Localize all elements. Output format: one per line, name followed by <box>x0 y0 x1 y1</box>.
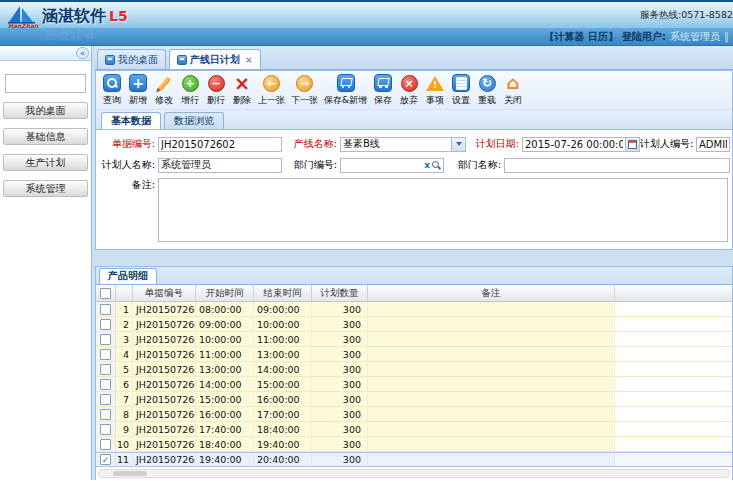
table-row[interactable]: 5JH201507260213:00:0014:00:00300 <box>96 362 732 377</box>
table-row[interactable]: 1JH201507260208:00:0009:00:00300 <box>96 302 732 317</box>
row-checkbox[interactable] <box>100 334 111 345</box>
cell-filler <box>615 362 732 376</box>
planner-name-field[interactable] <box>158 158 282 173</box>
table-row[interactable]: 3JH201507260210:00:0011:00:00300 <box>96 332 732 347</box>
grid-body: 1JH201507260208:00:0009:00:003002JH20150… <box>96 302 732 480</box>
planner-no-field[interactable] <box>696 137 730 152</box>
grid-column-header-3[interactable]: 开始时间 <box>196 285 254 301</box>
dept-no-field[interactable] <box>340 158 424 173</box>
table-row[interactable]: 8JH201507260216:00:0017:00:00300 <box>96 407 732 422</box>
toolbar-delete-button[interactable]: ×删除 <box>229 73 255 107</box>
row-checkbox[interactable] <box>100 439 111 450</box>
doc-no-label: 单据编号: <box>98 137 158 151</box>
login-user-label: 登陆用户: <box>622 30 666 44</box>
toolbar-new-button[interactable]: +新增 <box>125 73 151 107</box>
grid-column-header-4[interactable]: 结束时间 <box>254 285 312 301</box>
toolbar-search-button[interactable]: 查询 <box>99 73 125 107</box>
sidebar-item-production-plan[interactable]: 生产计划 <box>3 154 88 171</box>
plan-date-field[interactable] <box>522 137 625 152</box>
tab-line-day-plan[interactable]: 产线日计划× <box>169 49 261 69</box>
grid-column-header-6[interactable]: 备注 <box>368 285 615 301</box>
toolbar-close-button[interactable]: ⌂关闭 <box>500 73 526 107</box>
app-window: HanZhan 涵湛软件L5 涵湛软件 服务热线:0571-8582 【计算器 … <box>0 0 733 481</box>
body-row: « 我的桌面基础信息生产计划系统管理 我的桌面产线日计划× 查询+新增修改+增行… <box>0 46 733 480</box>
row-checkbox[interactable] <box>100 379 111 390</box>
cell-row-number: 7 <box>116 392 133 406</box>
subtab-data-browse[interactable]: 数据浏览 <box>164 112 224 129</box>
table-row[interactable]: 9JH201507260217:40:0018:40:00300 <box>96 422 732 437</box>
tab-product-detail[interactable]: 产品明细 <box>99 268 157 284</box>
dept-no-lookup: x <box>340 158 444 173</box>
cell-filler <box>615 302 732 316</box>
close-tab-icon[interactable]: × <box>245 55 253 65</box>
delete-icon: × <box>232 73 252 93</box>
form-subtabs: 基本数据数据浏览 <box>96 110 732 130</box>
grid-column-header-0 <box>96 285 116 301</box>
sidebar-item-my-desktop[interactable]: 我的桌面 <box>3 102 88 119</box>
cell-doc-no: JH2015072602 <box>133 437 196 451</box>
table-row[interactable]: 2JH201507260209:00:0010:00:00300 <box>96 317 732 332</box>
row-checkbox[interactable] <box>100 364 111 375</box>
toolbar-reload-button[interactable]: ↻重载 <box>474 73 500 107</box>
clear-icon[interactable]: x <box>424 160 430 170</box>
row-checkbox[interactable] <box>100 424 111 435</box>
toolbar-prev-button[interactable]: ←上一张 <box>255 73 288 107</box>
line-name-dropdown-icon[interactable] <box>451 137 466 152</box>
cell-end-time: 15:00:00 <box>254 377 312 391</box>
toolbar-items-button[interactable]: !事项 <box>422 73 448 107</box>
sidebar-collapse-icon[interactable]: « <box>76 47 89 59</box>
row-checkbox[interactable] <box>100 304 111 315</box>
row-checkbox-cell <box>96 317 116 331</box>
next-icon: → <box>295 73 315 93</box>
horizontal-scrollbar[interactable] <box>98 469 730 478</box>
cell-row-number: 5 <box>116 362 133 376</box>
table-row[interactable]: 4JH201507260211:00:0013:00:00300 <box>96 347 732 362</box>
toolbar-button-label: 保存 <box>374 94 392 107</box>
toolbar-save-button[interactable]: 保存 <box>370 73 396 107</box>
table-row[interactable]: 7JH201507260215:00:0016:00:00300 <box>96 392 732 407</box>
row-checkbox[interactable] <box>100 349 111 360</box>
cell-start-time: 09:00:00 <box>196 317 254 331</box>
grid-column-header-5[interactable]: 计划数量 <box>312 285 368 301</box>
grid-column-header-2[interactable]: 单据编号 <box>133 285 196 301</box>
detail-grid-panel: 产品明细 单据编号开始时间结束时间计划数量备注 1JH201507260208:… <box>95 266 733 480</box>
dept-name-field[interactable] <box>504 158 730 173</box>
tab-my-desktop[interactable]: 我的桌面 <box>97 49 166 69</box>
cell-start-time: 14:00:00 <box>196 377 254 391</box>
quick-links[interactable]: 【计算器 日历】 <box>545 30 618 44</box>
toolbar-next-button[interactable]: →下一张 <box>288 73 321 107</box>
toolbar-button-label: 下一张 <box>291 94 318 107</box>
dept-name-label: 部门名称: <box>444 158 504 172</box>
line-name-field[interactable] <box>340 137 451 152</box>
close-icon: ⌂ <box>503 73 523 93</box>
toolbar-remove-row-button[interactable]: −删行 <box>203 73 229 107</box>
cell-row-number: 6 <box>116 377 133 391</box>
cell-doc-no: JH2015072602 <box>133 407 196 421</box>
cell-plan-qty: 300 <box>312 437 368 451</box>
row-checkbox[interactable] <box>100 394 111 405</box>
toolbar-settings-button[interactable]: 设置 <box>448 73 474 107</box>
row-checkbox[interactable] <box>100 319 111 330</box>
scrollbar-thumb[interactable] <box>113 471 147 476</box>
table-row[interactable]: ✓11JH201507260219:40:0020:40:00300 <box>96 452 732 467</box>
sidebar-item-system-manage[interactable]: 系统管理 <box>3 180 88 197</box>
sidebar-item-base-info[interactable]: 基础信息 <box>3 128 88 145</box>
row-checkbox[interactable] <box>100 409 111 420</box>
cell-remark <box>368 362 615 376</box>
toolbar-save-new-button[interactable]: 保存&新增 <box>321 73 370 107</box>
table-row[interactable]: 6JH201507260214:00:0015:00:00300 <box>96 377 732 392</box>
toolbar-edit-button[interactable]: 修改 <box>151 73 177 107</box>
remark-field[interactable] <box>158 178 728 242</box>
subtab-basic-data[interactable]: 基本数据 <box>101 112 161 129</box>
brand-reflection: 涵湛软件 <box>44 27 96 43</box>
search-icon[interactable] <box>432 161 441 170</box>
cell-row-number: 2 <box>116 317 133 331</box>
table-row[interactable]: 10JH201507260218:40:0019:40:00300 <box>96 437 732 452</box>
toolbar-discard-button[interactable]: ×放弃 <box>396 73 422 107</box>
brand-title: 涵湛软件L5 <box>42 6 128 27</box>
row-checkbox[interactable]: ✓ <box>100 454 111 465</box>
doc-no-field[interactable] <box>158 137 282 152</box>
select-all-checkbox[interactable] <box>100 288 111 299</box>
toolbar-add-row-button[interactable]: +增行 <box>177 73 203 107</box>
calendar-icon[interactable] <box>625 137 640 152</box>
